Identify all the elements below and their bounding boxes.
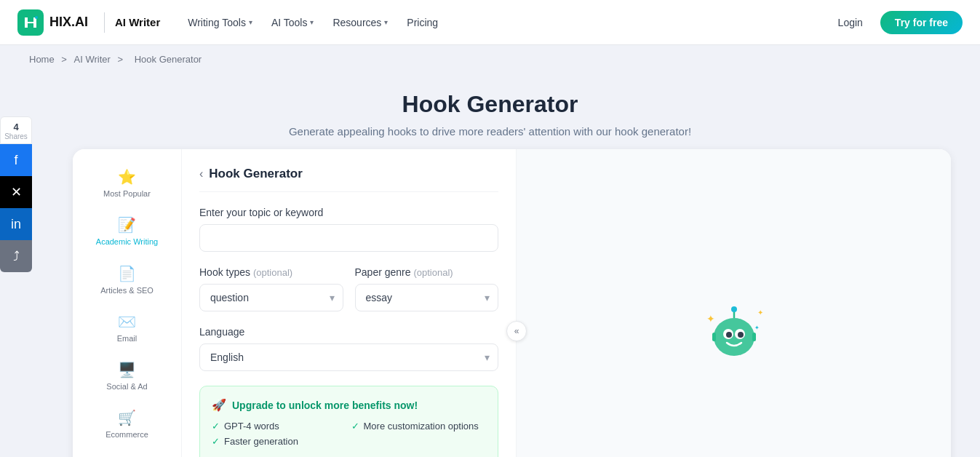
upgrade-benefits: ✓ GPT-4 words ✓ More customization optio… xyxy=(212,421,486,447)
svg-point-8 xyxy=(731,306,737,312)
sidebar-item-email[interactable]: ✉️ Email xyxy=(79,306,175,351)
paper-genre-select-wrapper: essay research paper narrative argumenta… xyxy=(355,284,499,311)
check-icon: ✓ xyxy=(212,421,220,432)
most-popular-icon: ⭐ xyxy=(118,168,136,186)
breadcrumb: Home > AI Writer > Hook Generator xyxy=(0,45,980,73)
result-panel: « xyxy=(517,149,951,457)
language-label: Language xyxy=(199,326,498,338)
topic-label: Enter your topic or keyword xyxy=(199,207,498,218)
svg-point-1 xyxy=(35,16,38,19)
sidebar-item-academic-writing[interactable]: 📝 Academic Writing xyxy=(79,209,175,254)
topic-input[interactable] xyxy=(199,224,498,252)
hook-genre-row: Hook types (optional) question statistic… xyxy=(199,266,498,311)
upgrade-title: Upgrade to unlock more benefits now! xyxy=(232,400,418,411)
try-for-free-button[interactable]: Try for free xyxy=(880,11,963,34)
breadcrumb-home[interactable]: Home xyxy=(29,54,55,65)
linkedin-share-button[interactable]: in xyxy=(0,208,32,240)
facebook-share-button[interactable]: f xyxy=(0,144,32,176)
breadcrumb-ai-writer[interactable]: AI Writer xyxy=(74,54,111,65)
svg-point-6 xyxy=(738,332,744,338)
hook-types-label: Hook types (optional) xyxy=(199,266,343,278)
svg-text:✦: ✦ xyxy=(754,325,760,331)
sidebar-item-most-popular[interactable]: ⭐ Most Popular xyxy=(79,161,175,206)
nav-ai-writer[interactable]: AI Writer xyxy=(115,16,160,28)
collapse-button[interactable]: « xyxy=(506,321,527,341)
chevron-down-icon: ▾ xyxy=(384,18,388,26)
language-select[interactable]: English Spanish French German Chinese xyxy=(199,343,498,371)
mascot: ✦ ✦ ✦ xyxy=(698,295,770,367)
login-button[interactable]: Login xyxy=(829,12,872,33)
nav-pricing[interactable]: Pricing xyxy=(399,12,445,33)
form-panel: ‹ Hook Generator Enter your topic or key… xyxy=(182,149,517,457)
panel-title: Hook Generator xyxy=(209,167,302,181)
paper-genre-label: Paper genre (optional) xyxy=(355,266,499,278)
svg-point-2 xyxy=(714,318,754,356)
mascot-svg: ✦ ✦ ✦ xyxy=(698,295,770,367)
ecommerce-icon: 🛒 xyxy=(118,409,136,426)
navbar: HIX.AI AI Writer Writing Tools ▾ AI Tool… xyxy=(0,0,980,45)
hook-types-select-wrapper: question statistic anecdote quotation bo… xyxy=(199,284,343,311)
nav-resources[interactable]: Resources ▾ xyxy=(325,12,395,33)
back-arrow-icon[interactable]: ‹ xyxy=(199,167,203,180)
chevron-down-icon: ▾ xyxy=(249,18,252,26)
page-subtitle: Generate appealing hooks to drive more r… xyxy=(17,125,963,138)
shares-label: Shares xyxy=(4,132,28,140)
page-title: Hook Generator xyxy=(17,91,963,118)
logo[interactable]: HIX.AI xyxy=(17,9,88,36)
social-share-sidebar: 4 Shares f ✕ in ⤴ xyxy=(0,116,32,272)
svg-rect-9 xyxy=(712,333,716,341)
svg-point-5 xyxy=(726,332,732,338)
nav-links: Writing Tools ▾ AI Tools ▾ Resources ▾ P… xyxy=(180,12,829,33)
benefit-faster-label: Faster generation xyxy=(224,436,298,447)
paper-genre-select[interactable]: essay research paper narrative argumenta… xyxy=(355,284,499,311)
content-area: ⭐ Most Popular 📝 Academic Writing 📄 Arti… xyxy=(73,149,951,457)
sidebar-label-email: Email xyxy=(117,333,138,343)
language-group: Language English Spanish French German C… xyxy=(199,326,498,371)
hook-types-group: Hook types (optional) question statistic… xyxy=(199,266,343,311)
email-icon: ✉️ xyxy=(118,313,136,330)
svg-text:✦: ✦ xyxy=(706,313,715,325)
nav-divider xyxy=(104,12,105,33)
svg-text:✦: ✦ xyxy=(757,309,763,317)
panel-header: ‹ Hook Generator xyxy=(199,167,498,192)
sidebar-label-ecommerce: Ecommerce xyxy=(105,429,148,440)
social-ad-icon: 🖥️ xyxy=(118,361,136,378)
left-nav: ⭐ Most Popular 📝 Academic Writing 📄 Arti… xyxy=(73,149,182,457)
benefit-gpt4: ✓ GPT-4 words xyxy=(212,421,347,432)
check-icon: ✓ xyxy=(351,421,359,432)
benefit-customization-label: More customization options xyxy=(364,421,479,432)
logo-icon xyxy=(17,9,44,36)
hero-section: Hook Generator Generate appealing hooks … xyxy=(0,73,980,149)
nav-actions: Login Try for free xyxy=(829,11,963,34)
benefit-faster: ✓ Faster generation xyxy=(212,436,347,447)
upgrade-header: 🚀 Upgrade to unlock more benefits now! xyxy=(212,398,486,412)
articles-seo-icon: 📄 xyxy=(118,265,136,282)
upgrade-box: 🚀 Upgrade to unlock more benefits now! ✓… xyxy=(199,386,498,457)
share-count-box: 4 Shares xyxy=(0,116,32,144)
sidebar-label-social-ad: Social & Ad xyxy=(106,381,147,392)
sidebar-item-social-ad[interactable]: 🖥️ Social & Ad xyxy=(79,354,175,399)
sidebar-label-academic-writing: Academic Writing xyxy=(96,237,158,247)
sidebar-label-most-popular: Most Popular xyxy=(103,188,151,199)
academic-writing-icon: 📝 xyxy=(118,216,136,234)
benefit-customization: ✓ More customization options xyxy=(351,421,487,432)
paper-genre-group: Paper genre (optional) essay research pa… xyxy=(355,266,499,311)
sidebar-label-articles-seo: Articles & SEO xyxy=(100,285,154,295)
language-select-wrapper: English Spanish French German Chinese xyxy=(199,343,498,371)
hook-types-select[interactable]: question statistic anecdote quotation bo… xyxy=(199,284,343,311)
share-number: 4 xyxy=(4,122,28,132)
benefit-gpt4-label: GPT-4 words xyxy=(224,421,279,432)
main-container: ⭐ Most Popular 📝 Academic Writing 📄 Arti… xyxy=(0,149,980,457)
chevron-down-icon: ▾ xyxy=(310,18,314,26)
sidebar-item-ecommerce[interactable]: 🛒 Ecommerce xyxy=(79,402,175,447)
general-share-button[interactable]: ⤴ xyxy=(0,240,32,272)
breadcrumb-current: Hook Generator xyxy=(135,54,202,65)
topic-group: Enter your topic or keyword xyxy=(199,207,498,252)
svg-rect-10 xyxy=(752,333,756,341)
nav-writing-tools[interactable]: Writing Tools ▾ xyxy=(180,12,260,33)
x-share-button[interactable]: ✕ xyxy=(0,176,32,208)
sidebar-item-articles-seo[interactable]: 📄 Articles & SEO xyxy=(79,258,175,303)
check-icon: ✓ xyxy=(212,436,220,447)
nav-ai-tools[interactable]: AI Tools ▾ xyxy=(264,12,322,33)
upgrade-rocket-icon: 🚀 xyxy=(212,398,226,412)
